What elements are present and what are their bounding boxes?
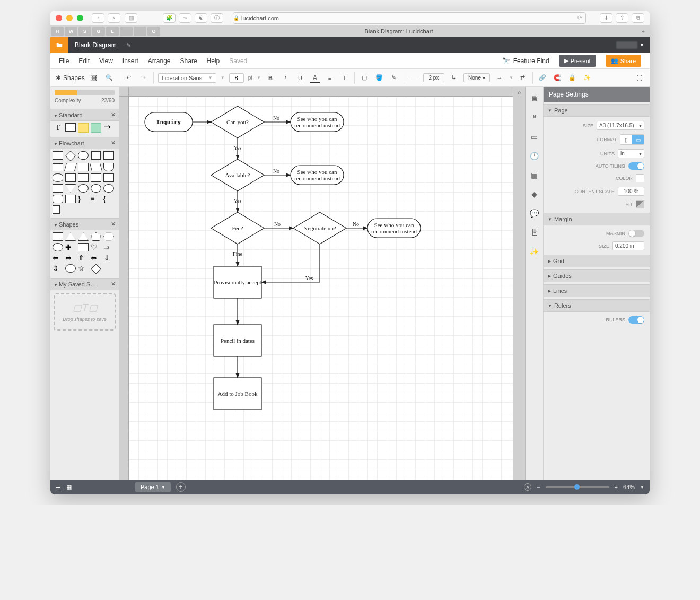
comment-icon[interactable]: 💬 — [530, 209, 539, 218]
font-select[interactable]: Liberation Sans▼ — [158, 73, 216, 83]
shape-text[interactable]: T — [52, 123, 63, 133]
section-page[interactable]: ▼Page — [544, 104, 650, 117]
shape-rect[interactable] — [65, 123, 76, 132]
margin-toggle[interactable] — [628, 230, 644, 237]
shape[interactable]: ⇔ — [91, 254, 101, 262]
fit-button[interactable] — [636, 200, 644, 208]
wand-icon[interactable]: ✨ — [582, 73, 592, 83]
close-icon[interactable]: ✕ — [111, 281, 116, 288]
shape[interactable]: ⇐ — [52, 254, 63, 262]
layers-icon[interactable]: ▤ — [530, 171, 539, 179]
magic-icon[interactable]: ✨ — [530, 247, 539, 256]
shape[interactable] — [64, 163, 77, 171]
canvas[interactable]: Inquiry Can you? See who you can recomme… — [129, 97, 513, 480]
ext-icon[interactable]: ☯ — [195, 13, 207, 23]
section-rulers[interactable]: ▼Rulers — [544, 299, 650, 312]
shape[interactable] — [90, 163, 102, 171]
section-saved[interactable]: ▼My Saved S…✕ — [50, 278, 119, 290]
landscape-button[interactable]: ▭ — [632, 135, 644, 144]
shape[interactable] — [65, 184, 76, 193]
link-icon[interactable]: 🔗 — [537, 73, 548, 83]
autotiling-toggle[interactable] — [628, 162, 644, 170]
line-color-icon[interactable]: ✎ — [389, 73, 399, 83]
menu-view[interactable]: View — [99, 57, 113, 65]
content-scale-input[interactable]: 100 % — [618, 187, 644, 196]
reload-icon[interactable]: ⟳ — [578, 14, 582, 21]
fill-icon[interactable]: 🪣 — [374, 73, 384, 83]
tabs-button[interactable]: ⧉ — [632, 13, 644, 23]
account-menu[interactable]: ▼ — [616, 41, 650, 49]
rulers-toggle[interactable] — [628, 316, 644, 324]
fullscreen-icon[interactable]: ⛶ — [634, 73, 644, 83]
close-icon[interactable]: ✕ — [111, 221, 116, 228]
undo-icon[interactable]: ↶ — [124, 73, 134, 83]
zoom-value[interactable]: 64% — [623, 484, 635, 490]
shape[interactable] — [91, 151, 101, 160]
align-icon[interactable]: ≡ — [325, 73, 335, 83]
fav-tab[interactable]: G — [92, 27, 105, 36]
shape[interactable]: { — [103, 195, 114, 203]
document-title[interactable]: Blank Diagram — [68, 41, 123, 49]
text-style-icon[interactable]: T — [339, 73, 350, 83]
ext-icon[interactable]: OK — [179, 13, 191, 23]
shape[interactable]: ⇓ — [103, 254, 114, 262]
shape[interactable]: ≡ — [91, 195, 101, 203]
ext-icon[interactable]: 🧩 — [163, 13, 176, 23]
shape[interactable] — [91, 184, 101, 193]
quote-icon[interactable]: ❝ — [530, 114, 539, 122]
ext-icon[interactable]: ⓘ — [211, 13, 223, 23]
data-icon[interactable]: 🗄 — [530, 228, 539, 237]
shape[interactable] — [65, 151, 76, 161]
fav-tab[interactable]: E — [106, 27, 119, 36]
menu-arrange[interactable]: Arrange — [148, 57, 171, 65]
window-close-button[interactable] — [56, 15, 62, 21]
start-arrow-select[interactable]: None ▾ — [463, 73, 490, 82]
edit-title-icon[interactable]: ✎ — [126, 42, 131, 49]
shape[interactable]: ⇔ — [65, 254, 76, 262]
line-type-icon[interactable]: ↳ — [449, 73, 459, 83]
page-size-select[interactable]: A3 (11.7x16.5)▾ — [597, 121, 644, 130]
shape[interactable]: } — [78, 195, 89, 203]
shape[interactable] — [78, 243, 89, 251]
zoom-out-icon[interactable]: − — [537, 484, 540, 490]
shape[interactable]: ⇕ — [52, 264, 63, 274]
units-select[interactable]: in▾ — [618, 149, 644, 158]
shape[interactable] — [65, 232, 76, 241]
margin-size-input[interactable]: 0.200 in — [612, 241, 644, 250]
text-color-icon[interactable]: A — [310, 73, 320, 83]
history-icon[interactable]: 🕘 — [530, 152, 539, 160]
shape[interactable] — [103, 184, 114, 193]
menu-edit[interactable]: Edit — [78, 57, 90, 65]
line-style-icon[interactable]: — — [408, 73, 419, 83]
menu-file[interactable]: File — [59, 57, 69, 65]
url-bar[interactable]: 🔒 lucidchart.com ⟳ — [233, 12, 586, 24]
section-flowchart[interactable]: ▼Flowchart✕ — [50, 137, 119, 149]
window-zoom-button[interactable] — [77, 15, 83, 21]
line-width-select[interactable]: 2 px — [423, 73, 444, 82]
browser-tab[interactable]: Blank Diagram: Lucidchart — [161, 28, 637, 34]
shape[interactable]: ⇒ — [103, 243, 114, 251]
shape[interactable]: ☆ — [78, 264, 89, 274]
present-icon[interactable]: ▭ — [530, 133, 539, 141]
section-shapes[interactable]: ▼Shapes✕ — [50, 218, 119, 230]
menu-insert[interactable]: Insert — [122, 57, 138, 65]
page-icon[interactable]: 🗎 — [530, 94, 539, 103]
close-icon[interactable]: ✕ — [111, 140, 116, 146]
forward-button[interactable]: › — [108, 13, 120, 23]
target-icon[interactable]: A — [524, 483, 531, 491]
shape[interactable]: ⇑ — [78, 254, 89, 262]
swap-icon[interactable]: ⇄ — [518, 73, 528, 83]
shape[interactable] — [52, 232, 63, 241]
italic-icon[interactable]: I — [280, 73, 291, 83]
section-margin[interactable]: ▼Margin — [544, 213, 650, 225]
share-button[interactable]: ⇪ — [616, 13, 628, 23]
saved-shapes-dropzone[interactable]: ▢ T ▢ Drop shapes to save — [54, 293, 116, 331]
fav-tab[interactable] — [120, 27, 133, 36]
shape[interactable] — [91, 173, 101, 182]
search-icon[interactable]: 🔍 — [104, 73, 115, 83]
page-color-swatch[interactable] — [636, 174, 644, 182]
section-guides[interactable]: ▶Guides — [544, 269, 650, 282]
shape-note[interactable] — [91, 123, 101, 133]
fav-tab[interactable]: S — [78, 27, 91, 36]
shape[interactable] — [52, 173, 63, 182]
